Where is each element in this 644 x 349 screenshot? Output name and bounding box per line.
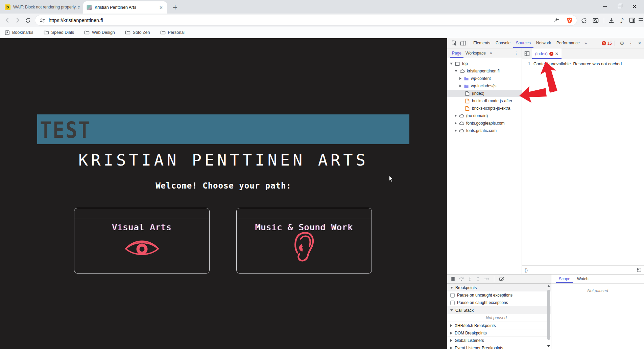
bookmark-folder-personal[interactable]: Personal — [160, 30, 185, 35]
close-tab-icon[interactable]: ✕ — [555, 51, 558, 56]
tab-performance[interactable]: Performance — [554, 38, 582, 48]
checkbox[interactable] — [450, 293, 455, 298]
address-bar[interactable]: https://kristianpenttinen.fi — [35, 15, 577, 25]
url-text[interactable]: https://kristianpenttinen.fi — [49, 18, 553, 23]
bookmark-folder-speed-dials[interactable]: Speed Dials — [44, 30, 74, 35]
tab-sources[interactable]: Sources — [513, 38, 533, 48]
tab-kristian-penttinen-arts[interactable]: Kristian Penttinen Arts ✕ — [83, 1, 167, 14]
sidebar-button[interactable] — [628, 16, 636, 24]
back-button[interactable] — [3, 16, 11, 24]
navigator-more-icon[interactable]: ⋮ — [512, 51, 520, 56]
banner-text: TEST — [37, 114, 91, 146]
more-navigator-tabs-icon[interactable]: » — [488, 51, 494, 56]
devtools-menu-button[interactable]: ⋮ — [626, 39, 635, 48]
tab-scope[interactable]: Scope — [556, 275, 573, 283]
inspect-element-button[interactable] — [450, 39, 459, 48]
scroll-down-icon[interactable] — [547, 345, 550, 347]
restore-button[interactable] — [612, 0, 627, 13]
restore-icon — [618, 5, 621, 8]
close-devtools-button[interactable]: ✕ — [635, 39, 644, 48]
tab-watch[interactable]: Watch — [574, 275, 591, 283]
menu-button[interactable] — [637, 16, 644, 24]
scroll-up-icon[interactable] — [547, 285, 550, 287]
expand-arrow-icon[interactable] — [459, 85, 461, 87]
tree-item-wp-includes-js[interactable]: wp-includes/js — [447, 82, 522, 90]
forward-button[interactable] — [14, 16, 22, 24]
search-panel-button[interactable] — [592, 16, 600, 24]
back-icon — [5, 18, 10, 23]
expand-arrow-icon[interactable] — [455, 122, 457, 125]
bookmark-folder-soto-zen[interactable]: Soto Zen — [125, 30, 150, 35]
divider — [469, 41, 469, 46]
call-stack-section-header[interactable]: Call Stack — [447, 306, 551, 314]
scroll-thumb[interactable] — [547, 290, 550, 340]
navigator-tab-workspace[interactable]: Workspace — [463, 48, 488, 58]
tab-elements[interactable]: Elements — [471, 38, 493, 48]
minimize-button[interactable] — [597, 0, 612, 13]
editor-tab-index[interactable]: (index) ✕ ✕ — [532, 48, 562, 59]
scrollbar[interactable] — [547, 284, 551, 349]
more-tabs-icon[interactable]: » — [582, 41, 589, 46]
tab-network[interactable]: Network — [533, 38, 554, 48]
share-icon[interactable] — [553, 17, 559, 23]
pause-uncaught-row[interactable]: Pause on uncaught exceptions — [447, 291, 551, 299]
navigator-tab-page[interactable]: Page — [450, 48, 463, 58]
dom-breakpoints-header[interactable]: DOM Breakpoints — [447, 329, 551, 336]
settings-button[interactable]: ⚙ — [618, 39, 626, 48]
tree-item-wp-content[interactable]: wp-content — [447, 75, 522, 82]
expand-arrow-icon[interactable] — [455, 114, 457, 117]
step-icon[interactable] — [484, 277, 489, 281]
xhr-breakpoints-header[interactable]: XHR/fetch Breakpoints — [447, 322, 551, 329]
expand-arrow-icon — [450, 324, 452, 327]
new-tab-button[interactable]: + — [171, 3, 179, 11]
step-over-icon[interactable] — [459, 277, 464, 282]
folder-icon — [84, 30, 90, 35]
bookmark-folder-web-design[interactable]: Web Design — [84, 30, 115, 35]
breakpoints-section-header[interactable]: Breakpoints — [447, 284, 551, 291]
pretty-print-button[interactable]: {} — [525, 268, 528, 272]
collapse-arrow-icon[interactable] — [455, 70, 457, 72]
extensions-button[interactable] — [580, 16, 588, 24]
brave-shield-icon[interactable] — [567, 17, 573, 24]
reload-button[interactable] — [24, 16, 32, 24]
tune-icon[interactable] — [40, 18, 45, 23]
tree-item-bricks-scripts[interactable]: bricks-scripts-js-extra — [447, 105, 522, 112]
step-out-icon[interactable] — [476, 277, 480, 282]
music-sound-card[interactable]: Music & Sound Work — [236, 208, 372, 274]
downloads-button[interactable] — [607, 16, 615, 24]
device-toolbar-button[interactable] — [459, 39, 468, 48]
tab-wait[interactable]: b WAIT: Block not rendering properly, c — [5, 3, 81, 12]
event-listener-breakpoints-header[interactable]: Event Listener Breakpoints — [447, 344, 551, 349]
collapse-arrow-icon[interactable] — [450, 63, 453, 65]
tree-item-fonts-googleapis[interactable]: fonts.googleapis.com — [447, 119, 522, 127]
bookmarks-manager-item[interactable]: Bookmarks — [5, 30, 33, 35]
close-window-button[interactable] — [627, 0, 642, 13]
tree-item-no-domain[interactable]: (no domain) — [447, 112, 522, 119]
tree-item-domain[interactable]: kristianpenttinen.fi — [447, 67, 522, 75]
section-label: XHR/fetch Breakpoints — [455, 323, 496, 328]
tree-item-bricks-dl-mode[interactable]: bricks-dl-mode-js-after — [447, 97, 522, 105]
pause-caught-row[interactable]: Pause on caught exceptions — [447, 299, 551, 306]
coverage-icon[interactable] — [637, 268, 641, 272]
tree-item-fonts-gstatic[interactable]: fonts.gstatic.com — [447, 127, 522, 134]
collapse-arrow-icon — [450, 287, 453, 289]
test-banner: TEST — [37, 114, 409, 144]
bookmark-label: Speed Dials — [51, 30, 74, 35]
tab-close-icon[interactable]: ✕ — [159, 5, 164, 10]
sources-navigator: Page Workspace » ⋮ top — [447, 48, 522, 274]
step-into-icon[interactable] — [468, 277, 472, 282]
media-button[interactable]: ♪ — [618, 16, 626, 24]
visual-arts-card[interactable]: Visual Arts — [74, 208, 210, 274]
expand-arrow-icon[interactable] — [455, 129, 457, 132]
tree-item-index[interactable]: (index) — [447, 90, 522, 97]
error-count-badge[interactable]: ✕ 15 — [602, 41, 612, 46]
divider — [615, 41, 615, 46]
tree-item-top[interactable]: top — [447, 60, 522, 67]
deactivate-breakpoints-icon[interactable] — [499, 277, 505, 282]
navigator-toggle-button[interactable] — [522, 48, 532, 59]
expand-arrow-icon[interactable] — [459, 77, 461, 80]
checkbox[interactable] — [450, 301, 455, 305]
tab-console[interactable]: Console — [493, 38, 513, 48]
pause-icon[interactable] — [451, 277, 455, 281]
global-listeners-header[interactable]: Global Listeners — [447, 336, 551, 344]
